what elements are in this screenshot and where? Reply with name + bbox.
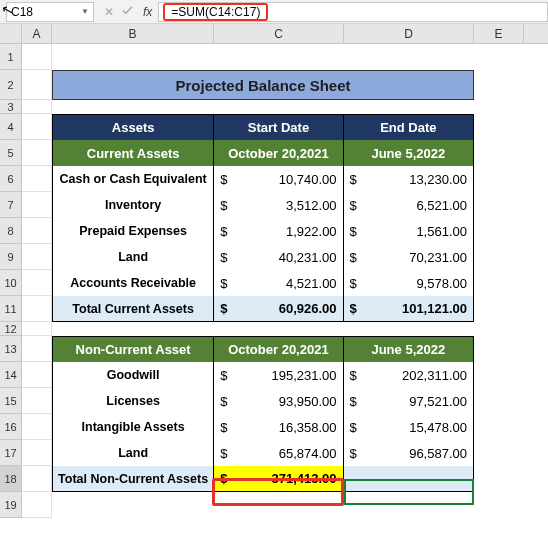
total-d[interactable]: $101,121.00	[344, 296, 473, 321]
formula-bar-row: C18 ▼ ✕ fx =SUM(C14:C17)	[0, 0, 548, 24]
row-header[interactable]: 4	[0, 114, 22, 140]
row-label[interactable]: Cash or Cash Equivalent	[53, 166, 214, 192]
row-label[interactable]: Land	[53, 244, 214, 270]
row-label[interactable]: Accounts Receivable	[53, 270, 214, 296]
row-header[interactable]: 15	[0, 388, 22, 414]
row-header[interactable]: 17	[0, 440, 22, 466]
formula-text: =SUM(C14:C17)	[163, 3, 268, 21]
money-cell[interactable]: $202,311.00	[344, 362, 473, 388]
grid: 1 2 3 4 5 6 7 8 9 10 11 12 13 14 15 16 1…	[0, 44, 548, 518]
sheet-title: Projected Balance Sheet	[52, 70, 474, 100]
money-cell[interactable]: $6,521.00	[344, 192, 473, 218]
money-cell[interactable]: $195,231.00	[214, 362, 343, 388]
enddate-header: End Date	[344, 115, 473, 140]
col-header-B[interactable]: B	[52, 24, 214, 43]
enter-icon[interactable]	[122, 5, 133, 19]
money-cell[interactable]: $93,950.00	[214, 388, 343, 414]
money-cell[interactable]: $1,922.00	[214, 218, 343, 244]
total-label[interactable]: Total Current Assets	[53, 296, 214, 321]
date-c2-header: October 20,2021	[214, 337, 343, 362]
row-header[interactable]: 1	[0, 44, 22, 70]
total-c[interactable]: $371,413.00	[214, 466, 343, 491]
row-label[interactable]: Intangible Assets	[53, 414, 214, 440]
row-header[interactable]: 7	[0, 192, 22, 218]
money-cell[interactable]: $70,231.00	[344, 244, 473, 270]
row-header[interactable]: 3	[0, 100, 22, 114]
money-cell[interactable]: $10,740.00	[214, 166, 343, 192]
col-header-E[interactable]: E	[474, 24, 524, 43]
name-box-dropdown-icon[interactable]: ▼	[81, 7, 89, 16]
row-header[interactable]: 19	[0, 492, 22, 518]
money-cell[interactable]: $1,561.00	[344, 218, 473, 244]
row-header[interactable]: 8	[0, 218, 22, 244]
money-cell[interactable]: $40,231.00	[214, 244, 343, 270]
row-label[interactable]: Goodwill	[53, 362, 214, 388]
row-label[interactable]: Inventory	[53, 192, 214, 218]
row-headers: 1 2 3 4 5 6 7 8 9 10 11 12 13 14 15 16 1…	[0, 44, 22, 518]
col-header-A[interactable]: A	[22, 24, 52, 43]
money-cell[interactable]: $9,578.00	[344, 270, 473, 296]
row-header[interactable]: 11	[0, 296, 22, 322]
formula-buttons: ✕	[94, 5, 143, 19]
startdate-header: Start Date	[214, 115, 343, 140]
row-header[interactable]: 6	[0, 166, 22, 192]
date-d2-header: June 5,2022	[344, 337, 473, 362]
row-header[interactable]: 2	[0, 70, 22, 100]
col-header-C[interactable]: C	[214, 24, 344, 43]
money-cell[interactable]: $16,358.00	[214, 414, 343, 440]
assets-header: Assets	[53, 115, 214, 140]
money-cell[interactable]: $3,512.00	[214, 192, 343, 218]
date-c-header: October 20,2021	[214, 140, 343, 166]
row-label[interactable]: Licenses	[53, 388, 214, 414]
row-header[interactable]: 5	[0, 140, 22, 166]
money-cell[interactable]: $65,874.00	[214, 440, 343, 466]
date-d-header: June 5,2022	[344, 140, 473, 166]
name-box[interactable]: C18 ▼	[6, 2, 94, 22]
col-header-D[interactable]: D	[344, 24, 474, 43]
row-header[interactable]: 13	[0, 336, 22, 362]
row-header[interactable]: 9	[0, 244, 22, 270]
money-cell[interactable]: $13,230.00	[344, 166, 473, 192]
fx-icon[interactable]: fx	[143, 5, 158, 19]
total-c[interactable]: $60,926.00	[214, 296, 343, 321]
row-header[interactable]: 16	[0, 414, 22, 440]
money-cell[interactable]: $15,478.00	[344, 414, 473, 440]
row-header[interactable]: 10	[0, 270, 22, 296]
row-label[interactable]: Prepaid Expenses	[53, 218, 214, 244]
row-header[interactable]: 18	[0, 466, 22, 492]
money-cell[interactable]: $97,521.00	[344, 388, 473, 414]
total-d[interactable]	[344, 466, 473, 491]
select-all-corner[interactable]	[0, 24, 22, 43]
money-cell[interactable]: $96,587.00	[344, 440, 473, 466]
cancel-icon[interactable]: ✕	[104, 5, 114, 19]
formula-bar[interactable]: =SUM(C14:C17)	[158, 2, 548, 22]
column-headers: A B C D E	[0, 24, 548, 44]
assets-table: Assets Start Date End Date	[52, 114, 474, 140]
row-label[interactable]: Land	[53, 440, 214, 466]
money-cell[interactable]: $4,521.00	[214, 270, 343, 296]
total-label[interactable]: Total Non-Current Assets	[53, 466, 214, 491]
row-header[interactable]: 12	[0, 322, 22, 336]
row-header[interactable]: 14	[0, 362, 22, 388]
noncurrent-header: Non-Current Asset	[53, 337, 214, 362]
cells-area[interactable]: Projected Balance Sheet Assets Start Dat…	[22, 44, 548, 518]
current-assets-header: Current Assets	[53, 140, 214, 166]
